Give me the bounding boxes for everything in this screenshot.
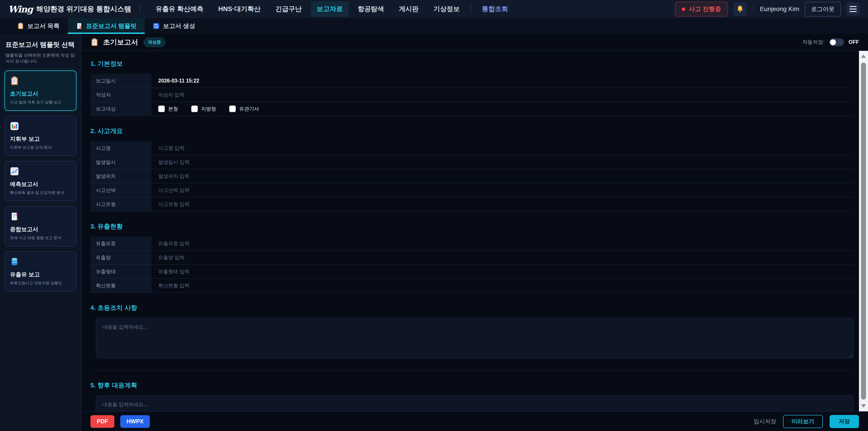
initial-actions-textarea[interactable] [96,318,854,358]
occur-datetime-input[interactable] [158,159,826,165]
nav-item-rescue[interactable]: 긴급구난 [270,1,308,17]
template-title: 종합보고서 [10,225,71,233]
field-label: 작성자 [90,88,151,102]
nav-item-board[interactable]: 게시판 [393,1,425,17]
scrollbar-thumb[interactable] [861,63,866,400]
table-row: 발생일시 [90,155,854,169]
template-desc: 사고 발생 직후 초기 상황 보고 [10,100,71,105]
sidebar-title: 표준보고서 템플릿 선택 [5,40,76,49]
sidebar-subtitle: 템플릿을 선택하면 오른쪽에 작성 양식이 표시됩니다. [5,53,76,64]
clipboard-icon [17,23,24,29]
temp-save-button[interactable]: 임시저장 [754,418,776,425]
template-card-comprehensive-report[interactable]: 종합보고서 전체 사고 대응 종합 보고 문서 [4,206,76,246]
spill-form-input[interactable] [158,269,826,275]
table-row: 발생위치 [90,169,854,183]
tab-report-list[interactable]: 보고서 목록 [9,18,68,34]
template-card-command-report[interactable]: 지휘부 보고 지휘부 보고용 요약 문서 [4,116,76,156]
memo-icon [10,212,19,221]
wing-logo: Wing [8,4,33,14]
report-title: 초기보고서 [103,37,138,47]
incident-overview-table: 사고명 발생일시 발생위치 사고선박 [90,141,854,211]
user-separator [753,4,754,14]
field-label: 사고유형 [90,197,151,211]
template-title: 유출유 보고 [10,271,71,278]
template-title: 예측보고서 [10,180,71,188]
toggle-knob [830,39,836,45]
menu-button[interactable] [846,2,860,16]
field-label: 확산현황 [90,279,151,293]
basic-info-table: 보고일시 2026-03-11 15:22 작성자 보고대상 [90,74,854,116]
top-nav: Wing 해양환경 위기대응 통합시스템 유출유 확산예측 HNS·대기확산 긴… [0,0,868,18]
report-header: 초기보고서 작성중 자동저장: OFF [81,34,868,51]
checkbox-icon[interactable] [158,105,165,112]
oil-type-input[interactable] [158,241,826,247]
report-datetime-value: 2026-03-11 15:22 [158,78,199,84]
autosave-control: 자동저장: OFF [802,38,859,46]
checkbox-related-agency[interactable]: 유관기서 [229,105,259,112]
spill-amount-input[interactable] [158,255,826,260]
template-card-forecast-report[interactable]: 예측보고서 확산예측 결과 및 민감자원 분석 [4,161,76,201]
top-right-cluster: 사고 진행중 Eunjeong Kim 로그아웃 [675,2,860,17]
nav-item-weather[interactable]: 기상정보 [428,1,466,17]
incident-vessel-input[interactable] [158,187,826,193]
nav-item-oil-spread[interactable]: 유출유 확산예측 [150,1,209,17]
main-nav: 유출유 확산예측 HNS·대기확산 긴급구난 보고자료 항공탐색 게시판 기상정… [150,1,514,17]
spread-status-input[interactable] [158,283,826,288]
notification-button[interactable] [733,2,747,16]
author-input[interactable] [158,92,826,98]
table-row: 유출형태 [90,265,854,279]
section-heading-basic-info: 1. 기본정보 [90,59,854,68]
vertical-scrollbar[interactable] [859,51,868,411]
bar-chart-icon [10,122,19,131]
future-plan-textarea[interactable] [96,396,854,411]
checkbox-headquarters[interactable]: 본청 [158,105,178,112]
save-button[interactable]: 저장 [830,415,859,428]
tab-report-generate[interactable]: 보고서 생성 [145,18,204,34]
memo-icon [76,23,83,29]
checkbox-icon[interactable] [191,105,198,112]
scroll-down-arrow-icon[interactable] [861,404,866,408]
export-hwpx-button[interactable]: HWPX [120,415,150,428]
nav-item-hns[interactable]: HNS·대기확산 [213,1,267,17]
form-content: 1. 기본정보 보고일시 2026-03-11 15:22 작성자 [81,51,859,411]
nav-item-air-search[interactable]: 항공탐색 [352,1,390,17]
checkbox-regional-office[interactable]: 지방청 [191,105,216,112]
report-target-checkboxes: 본청 지방청 유관기서 [158,105,259,112]
field-label: 보고대상 [90,102,151,116]
report-tabbar: 보고서 목록 표준보고서 템플릿 보고서 생성 [0,18,868,34]
occur-location-input[interactable] [158,173,826,179]
field-label: 유출유종 [90,237,151,250]
nav-item-integrated-search[interactable]: 통합조회 [476,1,514,17]
clipboard-icon [90,38,98,46]
logout-button[interactable]: 로그아웃 [805,2,841,17]
field-label: 보고일시 [90,74,151,88]
template-desc: 전체 사고 대응 종합 보고 문서 [10,235,71,241]
autosave-toggle[interactable] [829,38,844,46]
incident-type-input[interactable] [158,202,826,207]
tab-standard-template[interactable]: 표준보고서 템플릿 [68,18,145,34]
brand: Wing 해양환경 위기대응 통합시스템 [8,4,131,14]
field-label: 사고선박 [90,183,151,197]
table-row: 확산현황 [90,279,854,293]
template-desc: 지휘부 보고용 요약 문서 [10,145,71,150]
incident-name-input[interactable] [158,145,826,151]
report-footer: PDF HWPX 임시저장 미리보기 저장 [81,411,868,431]
export-pdf-button[interactable]: PDF [90,415,114,428]
nav-item-reports[interactable]: 보고자료 [311,1,349,17]
table-row: 사고명 [90,141,854,155]
preview-button[interactable]: 미리보기 [783,415,823,428]
status-dot-icon [682,7,685,11]
section-heading-initial-actions: 4. 초동조치 사항 [90,304,854,312]
incident-status-label: 사고 진행중 [689,5,721,13]
table-row: 유출유종 [90,237,854,251]
section-heading-future-plan: 5. 향후 대응계획 [90,381,854,390]
scroll-up-arrow-icon[interactable] [861,55,866,58]
template-card-oil-spill-report[interactable]: 유출유 보고 유류오염사고 대응지원 상황도 [4,251,76,291]
template-title: 지휘부 보고 [10,135,71,143]
checkbox-icon[interactable] [229,105,236,112]
field-label: 발생일시 [90,155,151,169]
oil-drum-icon [10,257,19,266]
template-card-initial-report[interactable]: 초기보고서 사고 발생 직후 초기 상황 보고 [4,70,76,111]
refresh-icon [153,23,160,29]
table-row: 사고유형 [90,197,854,211]
